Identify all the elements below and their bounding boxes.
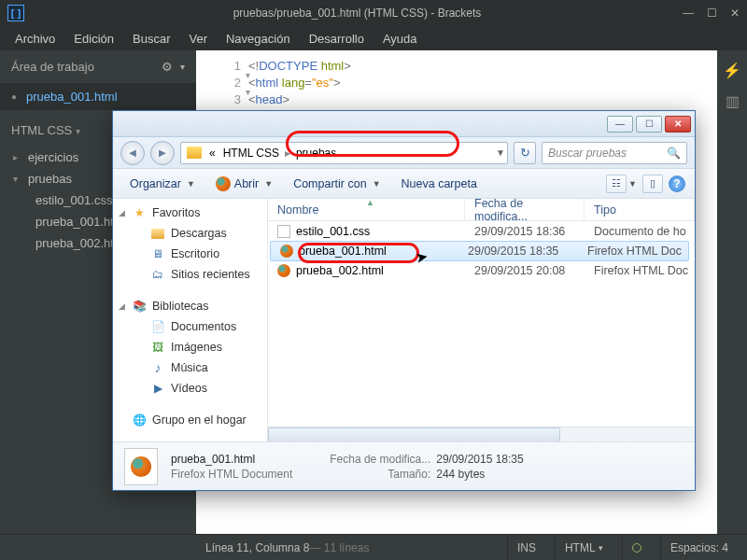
gutter: 1 2▾ 3▾: [196, 50, 248, 108]
nav-images[interactable]: 🖼Imágenes: [113, 337, 267, 357]
tree-item-label: pruebas: [28, 172, 72, 186]
breadcrumb-dropdown-icon[interactable]: ▼: [496, 147, 505, 158]
explorer-maximize-icon[interactable]: ☐: [636, 116, 662, 133]
split-caret-icon[interactable]: ▾: [180, 62, 185, 72]
nav-music[interactable]: ♪Música: [113, 357, 267, 378]
working-file[interactable]: prueba_001.html: [0, 83, 196, 110]
menu-edicion[interactable]: Edición: [66, 30, 121, 48]
explorer-titlebar[interactable]: — ☐ ✕: [113, 111, 695, 137]
col-type[interactable]: Tipo: [585, 199, 695, 220]
help-icon[interactable]: ?: [669, 175, 685, 192]
file-row-selected[interactable]: prueba_001.html 29/09/2015 18:35 Firefox…: [270, 241, 689, 261]
col-name[interactable]: Nombre▲: [268, 199, 465, 220]
brackets-title: pruebas/prueba_001.html (HTML CSS) - Bra…: [32, 7, 683, 20]
organize-button[interactable]: Organizar▼: [122, 175, 203, 193]
file-name: prueba_002.html: [296, 264, 384, 277]
details-file-icon: [124, 448, 158, 485]
explorer-minimize-icon[interactable]: —: [607, 116, 633, 133]
details-pane: prueba_001.html Firefox HTML Document Fe…: [113, 441, 695, 490]
working-set-label: Área de trabajo: [11, 60, 94, 74]
file-name: estilo_001.css: [296, 225, 370, 238]
details-size: 244 bytes: [436, 468, 485, 481]
details-name: prueba_001.html: [171, 453, 292, 466]
col-date[interactable]: Fecha de modifica...: [465, 199, 585, 220]
close-icon[interactable]: ✕: [730, 7, 740, 20]
project-name: HTML CSS: [11, 123, 72, 137]
breadcrumb[interactable]: « HTML CSS ▸ pruebas ▼: [180, 142, 508, 164]
nav-downloads[interactable]: Descargas: [113, 223, 267, 244]
file-date: 29/09/2015 18:35: [458, 245, 578, 258]
file-header[interactable]: Nombre▲ Fecha de modifica... Tipo: [268, 199, 695, 221]
status-spaces[interactable]: Espacios: 4: [660, 535, 738, 561]
folder-icon: [187, 147, 202, 159]
file-list-empty[interactable]: [268, 281, 695, 427]
firefox-icon: [216, 176, 231, 191]
statusbar: Línea 11, Columna 8 — 11 líneas INS HTML…: [0, 534, 747, 560]
tree-item-label: ejercicios: [28, 150, 78, 164]
file-date: 29/09/2015 20:08: [465, 264, 585, 277]
maximize-icon[interactable]: ☐: [707, 7, 717, 20]
search-icon[interactable]: 🔍: [667, 147, 681, 160]
menu-desarrollo[interactable]: Desarrollo: [302, 30, 372, 48]
menu-archivo[interactable]: Archivo: [7, 30, 63, 48]
extensions-icon[interactable]: ▥: [726, 92, 740, 110]
file-type: Firefox HTML Doc: [578, 245, 688, 258]
gear-icon[interactable]: ⚙: [162, 60, 173, 74]
horizontal-scrollbar[interactable]: [268, 427, 695, 441]
file-type: Documento de ho: [585, 225, 695, 238]
preview-pane-icon[interactable]: ▯: [642, 175, 663, 193]
explorer-file-list: Nombre▲ Fecha de modifica... Tipo estilo…: [268, 199, 695, 441]
share-button[interactable]: Compartir con▼: [286, 175, 388, 193]
view-mode-icon[interactable]: ☷: [606, 175, 627, 193]
nav-libraries[interactable]: ◢📚Bibliotecas: [113, 296, 267, 316]
code-area: <!DOCTYPE html> <html lang="es"> <head>: [248, 58, 351, 108]
file-row[interactable]: prueba_002.html 29/09/2015 20:08 Firefox…: [268, 260, 695, 281]
firefox-file-icon: [277, 264, 290, 277]
menu-ver[interactable]: Ver: [181, 30, 215, 48]
newfolder-button[interactable]: Nueva carpeta: [394, 175, 485, 193]
refresh-icon[interactable]: ↻: [514, 142, 536, 164]
status-lines: — 11 líneas: [309, 541, 369, 554]
file-type: Firefox HTML Doc: [585, 264, 695, 277]
brackets-menubar: Archivo Edición Buscar Ver Navegación De…: [0, 26, 747, 50]
menu-ayuda[interactable]: Ayuda: [375, 30, 425, 48]
minimize-icon[interactable]: —: [683, 7, 694, 20]
search-input[interactable]: Buscar pruebas 🔍: [542, 142, 687, 164]
breadcrumb-chevron[interactable]: «: [205, 147, 219, 160]
details-type: Firefox HTML Document: [171, 468, 292, 481]
live-preview-icon[interactable]: ⚡: [723, 62, 741, 79]
menu-buscar[interactable]: Buscar: [125, 30, 177, 48]
status-lint-icon[interactable]: [622, 535, 651, 561]
explorer-toolbar: Organizar▼ Abrir▼ Compartir con▼ Nueva c…: [113, 169, 695, 199]
css-file-icon: [277, 225, 290, 238]
nav-forward-icon[interactable]: ►: [150, 141, 175, 165]
status-ins[interactable]: INS: [507, 535, 545, 561]
status-lang[interactable]: HTML ▾: [555, 535, 613, 561]
breadcrumb-sep-icon: ▸: [283, 147, 292, 160]
firefox-file-icon: [280, 245, 293, 258]
nav-recent[interactable]: 🗂Sitios recientes: [113, 264, 267, 285]
explorer-nav: ◢★Favoritos Descargas 🖥Escritorio 🗂Sitio…: [113, 199, 268, 441]
nav-videos[interactable]: ▶Vídeos: [113, 378, 267, 399]
open-button[interactable]: Abrir▼: [208, 174, 280, 194]
status-position[interactable]: Línea 11, Columna 8: [205, 541, 309, 554]
breadcrumb-part[interactable]: pruebas: [292, 147, 340, 160]
working-set-header[interactable]: Área de trabajo ⚙ ▾: [0, 50, 196, 83]
nav-back-icon[interactable]: ◄: [120, 141, 145, 165]
explorer-address-row: ◄ ► « HTML CSS ▸ pruebas ▼ ↻ Buscar prue…: [113, 137, 695, 169]
explorer-close-icon[interactable]: ✕: [665, 116, 691, 133]
breadcrumb-part[interactable]: HTML CSS: [219, 147, 283, 160]
details-date-label: Fecha de modifica...: [320, 453, 430, 466]
brackets-titlebar: [ ] pruebas/prueba_001.html (HTML CSS) -…: [0, 0, 747, 26]
nav-desktop[interactable]: 🖥Escritorio: [113, 244, 267, 264]
nav-documents[interactable]: 📄Documentos: [113, 316, 267, 337]
details-size-label: Tamaño:: [320, 468, 430, 481]
details-date: 29/09/2015 18:35: [436, 453, 523, 466]
nav-homegroup[interactable]: 🌐Grupo en el hogar: [113, 410, 267, 430]
file-row[interactable]: estilo_001.css 29/09/2015 18:36 Document…: [268, 221, 695, 242]
nav-favorites[interactable]: ◢★Favoritos: [113, 203, 267, 223]
brackets-logo-icon: [ ]: [7, 5, 24, 21]
file-explorer-dialog: — ☐ ✕ ◄ ► « HTML CSS ▸ pruebas ▼ ↻ Busca…: [112, 110, 696, 491]
menu-navegacion[interactable]: Navegación: [218, 30, 298, 48]
file-name: prueba_001.html: [299, 245, 387, 258]
